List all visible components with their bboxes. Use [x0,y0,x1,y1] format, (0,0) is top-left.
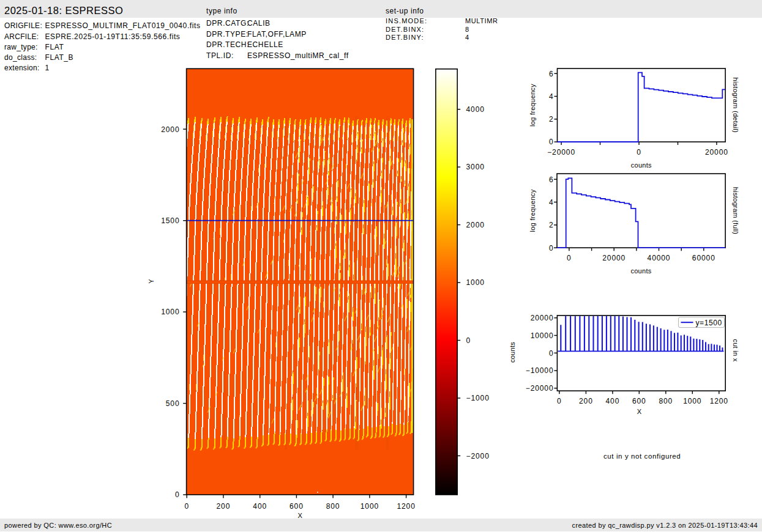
svg-text:counts: counts [509,342,516,363]
svg-text:400: 400 [253,502,267,511]
svg-text:1500: 1500 [161,216,179,225]
svg-text:−1000: −1000 [466,394,490,402]
svg-text:1: 1 [45,64,50,72]
svg-text:extension:: extension: [4,64,40,72]
svg-text:do_class:: do_class: [4,53,37,62]
svg-text:−2000: −2000 [466,452,490,460]
svg-text:2: 2 [549,221,554,229]
svg-text:40000: 40000 [648,254,671,262]
svg-text:200: 200 [217,502,231,511]
svg-text:DET.BINX:: DET.BINX: [386,26,424,33]
svg-text:1200: 1200 [397,502,415,511]
svg-text:400: 400 [606,397,620,405]
svg-text:−20000: −20000 [526,384,554,393]
svg-text:FLAT: FLAT [45,43,64,51]
svg-text:ESPRESSO_MULTIMR_FLAT019_0040.: ESPRESSO_MULTIMR_FLAT019_0040.fits [45,21,201,30]
svg-text:log frequency: log frequency [529,189,536,232]
svg-text:0: 0 [549,244,554,253]
svg-text:600: 600 [289,502,304,511]
svg-text:1000: 1000 [466,278,485,287]
svg-text:1000: 1000 [683,397,701,405]
svg-text:DPR.TYPE:: DPR.TYPE: [206,30,248,39]
svg-text:6: 6 [549,70,554,78]
svg-text:60000: 60000 [692,254,715,262]
svg-text:type info: type info [206,7,237,15]
svg-text:X: X [637,408,642,415]
svg-text:2: 2 [549,115,554,124]
svg-text:y=1500: y=1500 [696,319,722,327]
svg-text:4: 4 [549,92,554,101]
svg-text:600: 600 [632,397,646,405]
svg-text:0: 0 [549,138,554,146]
svg-text:ESPRE.2025-01-19T11:35:59.566.: ESPRE.2025-01-19T11:35:59.566.fits [45,32,181,41]
svg-text:ECHELLE: ECHELLE [247,40,283,49]
svg-text:counts: counts [630,267,651,275]
svg-text:0: 0 [557,397,562,405]
svg-text:set-up info: set-up info [386,7,424,15]
svg-text:1200: 1200 [710,397,728,405]
svg-text:4: 4 [465,34,469,41]
svg-text:4: 4 [549,198,554,207]
svg-text:ESPRESSO_multiMR_cal_ff: ESPRESSO_multiMR_cal_ff [247,51,349,60]
svg-text:200: 200 [579,397,593,405]
svg-text:6: 6 [549,175,554,184]
svg-text:histogram (detail): histogram (detail) [732,78,739,133]
svg-text:DPR.CATG:: DPR.CATG: [206,19,249,28]
svg-text:800: 800 [659,397,673,405]
svg-text:20000: 20000 [602,254,626,262]
svg-text:cut in x: cut in x [732,339,739,361]
svg-text:DET.BINY:: DET.BINY: [386,34,424,41]
svg-text:FLAT_B: FLAT_B [45,53,74,62]
svg-text:0: 0 [549,349,554,358]
svg-text:DPR.TECH:: DPR.TECH: [206,40,249,49]
svg-text:Y: Y [148,279,155,284]
svg-text:cut in y not configured: cut in y not configured [603,453,681,460]
svg-text:MULTIMR: MULTIMR [465,17,498,24]
svg-text:ORIGFILE:: ORIGFILE: [4,21,42,30]
svg-text:4000: 4000 [466,105,485,114]
svg-text:0: 0 [175,490,180,499]
svg-text:2000: 2000 [466,221,485,229]
svg-text:0: 0 [466,336,471,345]
svg-text:20000: 20000 [705,148,728,157]
svg-text:TPL.ID:: TPL.ID: [206,51,234,60]
svg-text:800: 800 [326,502,340,511]
svg-text:CALIB: CALIB [247,19,271,28]
svg-text:−10000: −10000 [526,366,554,375]
svg-text:counts: counts [631,161,652,169]
svg-text:X: X [297,512,302,519]
svg-text:20000: 20000 [531,314,554,322]
svg-text:ARCFILE:: ARCFILE: [4,32,39,41]
svg-text:2000: 2000 [161,125,179,134]
svg-text:powered by QC: www.eso.org/HC: powered by QC: www.eso.org/HC [4,522,112,529]
svg-text:log frequency: log frequency [529,84,536,127]
svg-text:created by qc_rawdisp.py v1.2.: created by qc_rawdisp.py v1.2.3 on 2025-… [572,522,758,529]
svg-text:1000: 1000 [161,308,179,316]
svg-text:0: 0 [567,254,572,262]
svg-text:8: 8 [465,26,469,33]
svg-text:10000: 10000 [531,331,554,340]
svg-text:0: 0 [637,148,641,157]
svg-text:histogram (full): histogram (full) [732,187,739,235]
svg-text:2025-01-18: ESPRESSO: 2025-01-18: ESPRESSO [4,5,123,16]
svg-text:3000: 3000 [466,163,485,171]
svg-text:−20000: −20000 [547,148,575,157]
svg-text:500: 500 [166,399,180,408]
svg-text:0: 0 [184,502,189,511]
svg-text:INS.MODE:: INS.MODE: [386,17,427,24]
svg-text:FLAT,OFF,LAMP: FLAT,OFF,LAMP [247,30,307,39]
svg-text:raw_type:: raw_type: [4,43,38,51]
svg-text:1000: 1000 [360,502,379,511]
